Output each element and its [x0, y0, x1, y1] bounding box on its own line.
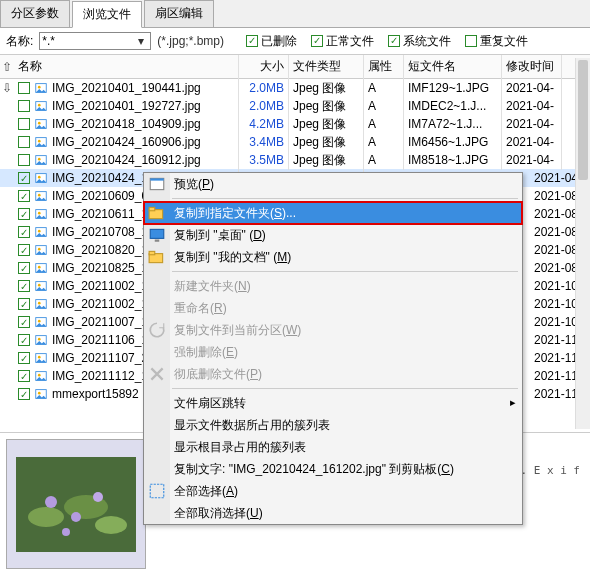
row-checkbox[interactable]: ✓ — [18, 280, 30, 292]
row-checkbox[interactable]: ✓ — [18, 226, 30, 238]
image-thumbnail[interactable] — [6, 439, 146, 569]
tab-browse-files[interactable]: 浏览文件 — [72, 1, 142, 28]
svg-point-33 — [38, 374, 41, 377]
row-checkbox[interactable]: ✓ — [18, 172, 30, 184]
image-file-icon — [34, 153, 48, 167]
row-checkbox[interactable]: ✓ — [18, 100, 30, 112]
row-checkbox[interactable]: ✓ — [18, 370, 30, 382]
svg-point-11 — [38, 176, 41, 179]
row-checkbox[interactable]: ✓ — [18, 118, 30, 130]
file-name: IMG_20210401_192727.jpg — [52, 99, 201, 113]
menu-sector-jump[interactable]: 文件扇区跳转 ▸ — [144, 392, 522, 414]
filter-check-3[interactable]: ✓重复文件 — [465, 33, 528, 50]
image-file-icon — [34, 315, 48, 329]
file-modtime: 2021-04- — [502, 150, 562, 170]
svg-point-35 — [38, 392, 41, 395]
row-checkbox[interactable]: ✓ — [18, 154, 30, 166]
thumbnail-image-icon — [16, 457, 136, 552]
col-size[interactable]: 大小 — [239, 55, 289, 78]
file-shortname: IM7A72~1.J... — [404, 114, 502, 134]
col-name[interactable]: 名称 — [14, 55, 239, 78]
file-name: IMG_20210820_1 — [52, 243, 148, 257]
svg-point-7 — [38, 140, 41, 143]
menu-show-clusters-data[interactable]: 显示文件数据所占用的簇列表 — [144, 414, 522, 436]
col-mod[interactable]: 修改时间 — [502, 55, 562, 78]
svg-point-5 — [38, 122, 41, 125]
svg-point-17 — [38, 230, 41, 233]
file-attr: A — [364, 150, 404, 170]
row-checkbox[interactable]: ✓ — [18, 298, 30, 310]
file-size[interactable]: 3.5MB — [249, 153, 284, 167]
row-checkbox[interactable]: ✓ — [18, 136, 30, 148]
name-filter-input[interactable] — [42, 34, 134, 48]
row-checkbox[interactable]: ✓ — [18, 334, 30, 346]
tab-partition-params[interactable]: 分区参数 — [0, 0, 70, 27]
file-attr: A — [364, 114, 404, 134]
collapse-up-icon[interactable]: ⇧ — [0, 60, 14, 74]
row-checkbox[interactable]: ✓ — [18, 316, 30, 328]
menu-copy-to-folder[interactable]: 复制到指定文件夹(S)... — [144, 202, 522, 224]
file-size[interactable]: 2.0MB — [249, 81, 284, 95]
file-name: IMG_20210418_104909.jpg — [52, 117, 201, 131]
delete-icon — [148, 365, 166, 383]
svg-point-9 — [38, 158, 41, 161]
filter-check-2[interactable]: ✓系统文件 — [388, 33, 451, 50]
file-name: IMG_20210401_190441.jpg — [52, 81, 201, 95]
row-checkbox[interactable]: ✓ — [18, 352, 30, 364]
file-size[interactable]: 4.2MB — [249, 117, 284, 131]
svg-point-1 — [38, 86, 41, 89]
chevron-down-icon[interactable]: ▾ — [134, 34, 148, 48]
menu-show-clusters-root[interactable]: 显示根目录占用的簇列表 — [144, 436, 522, 458]
svg-rect-41 — [155, 240, 160, 242]
desktop-icon — [148, 226, 166, 244]
preview-icon — [148, 175, 166, 193]
context-menu: 预览(P) 复制到指定文件夹(S)... 复制到 "桌面" (D) 复制到 "我… — [143, 172, 523, 525]
file-name: IMG_20210424_160906.jpg — [52, 135, 201, 149]
file-modtime: 2021-04- — [502, 114, 562, 134]
row-checkbox[interactable]: ✓ — [18, 244, 30, 256]
name-label: 名称: — [6, 33, 33, 50]
file-size[interactable]: 3.4MB — [249, 135, 284, 149]
svg-point-13 — [38, 194, 41, 197]
row-checkbox[interactable]: ✓ — [18, 388, 30, 400]
menu-preview[interactable]: 预览(P) — [144, 173, 522, 195]
image-file-icon — [34, 81, 48, 95]
menu-copy-text[interactable]: 复制文字: "IMG_20210424_161202.jpg" 到剪贴板(C) — [144, 458, 522, 480]
file-attr: A — [364, 132, 404, 152]
filter-check-0[interactable]: ✓已删除 — [246, 33, 297, 50]
file-size[interactable]: 2.0MB — [249, 99, 284, 113]
vertical-scrollbar[interactable] — [575, 58, 590, 429]
col-short[interactable]: 短文件名 — [404, 55, 502, 78]
col-attr[interactable]: 属性 — [364, 55, 404, 78]
svg-rect-44 — [150, 484, 164, 498]
file-name: IMG_20210609_0 — [52, 189, 148, 203]
row-checkbox[interactable]: ✓ — [18, 82, 30, 94]
svg-point-29 — [38, 338, 41, 341]
svg-point-27 — [38, 320, 41, 323]
image-file-icon — [34, 369, 48, 383]
svg-point-46 — [28, 507, 64, 527]
col-type[interactable]: 文件类型 — [289, 55, 364, 78]
menu-rename: 重命名(R) — [144, 297, 522, 319]
menu-new-folder: 新建文件夹(N) — [144, 275, 522, 297]
svg-rect-37 — [150, 178, 164, 180]
row-checkbox[interactable]: ✓ — [18, 262, 30, 274]
image-file-icon — [34, 333, 48, 347]
name-filter-combo[interactable]: ▾ — [39, 32, 151, 50]
column-header-row: ⇧ 名称 大小 文件类型 属性 短文件名 修改时间 — [0, 55, 590, 79]
menu-copy-desktop[interactable]: 复制到 "桌面" (D) — [144, 224, 522, 246]
menu-deselect-all[interactable]: 全部取消选择(U) — [144, 502, 522, 524]
ext-hint: (*.jpg;*.bmp) — [157, 34, 224, 48]
image-file-icon — [34, 387, 48, 401]
menu-select-all[interactable]: 全部选择(A) — [144, 480, 522, 502]
table-row[interactable]: ✓IMG_20210424_160912.jpg3.5MBJpeg 图像AIM8… — [0, 151, 590, 169]
refresh-icon — [148, 321, 166, 339]
svg-point-15 — [38, 212, 41, 215]
image-file-icon — [34, 225, 48, 239]
row-expand-icon[interactable]: ⇩ — [0, 81, 14, 95]
row-checkbox[interactable]: ✓ — [18, 190, 30, 202]
filter-check-1[interactable]: ✓正常文件 — [311, 33, 374, 50]
menu-copy-docs[interactable]: 复制到 "我的文档" (M) — [144, 246, 522, 268]
tab-sector-edit[interactable]: 扇区编辑 — [144, 0, 214, 27]
row-checkbox[interactable]: ✓ — [18, 208, 30, 220]
